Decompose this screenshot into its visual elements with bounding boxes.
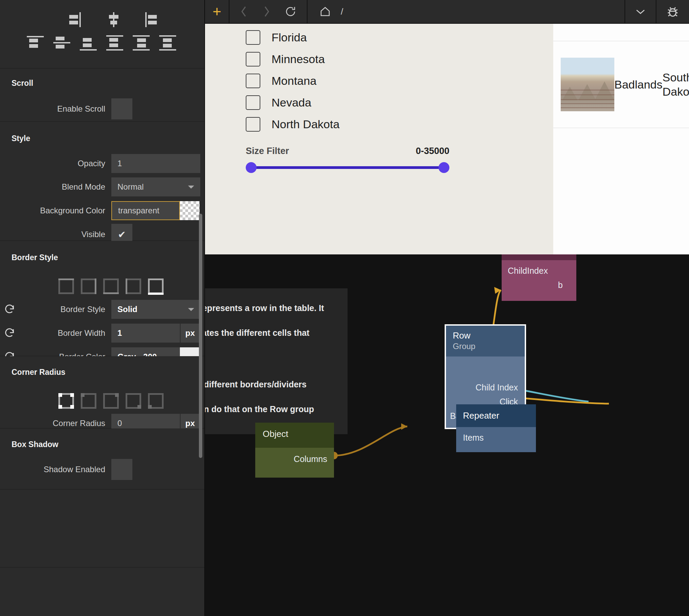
chevron-right-icon[interactable] (262, 5, 271, 18)
border-width-unit[interactable]: px (180, 324, 200, 343)
border-bottom-icon[interactable] (102, 276, 120, 296)
app-preview: Florida Minnesota Montana Nevada North D… (205, 24, 689, 254)
node-header: Row Group (446, 326, 525, 357)
list-item[interactable]: Montana (246, 70, 339, 92)
corner-all-icon[interactable] (57, 391, 75, 411)
border-right-icon[interactable] (79, 276, 98, 296)
bug-icon (665, 4, 680, 19)
node-object[interactable]: Object Columns (255, 423, 334, 478)
enable-scroll-checkbox[interactable] (111, 98, 132, 119)
list-item[interactable]: Nevada (246, 92, 339, 113)
align-right-icon[interactable] (68, 12, 86, 29)
checkbox-north-dakota[interactable] (246, 117, 260, 132)
list-item[interactable]: Florida (246, 26, 339, 48)
distribute-middle-icon[interactable] (132, 34, 150, 52)
port-b[interactable]: b (502, 278, 576, 292)
border-style-section-title: Border Style (0, 241, 204, 262)
port-childindex[interactable]: ChildIndex (502, 264, 576, 278)
align-middle-icon[interactable] (53, 34, 71, 52)
arrow-head (401, 423, 407, 430)
debug-button[interactable] (656, 0, 689, 23)
opacity-input[interactable]: 1 (111, 154, 200, 173)
size-filter: Size Filter 0-35000 (246, 146, 449, 171)
corner-top-right-icon[interactable] (102, 391, 120, 411)
port-columns[interactable]: Columns (255, 452, 334, 466)
doc-line-4: ant to add different borders/dividers be… (205, 380, 306, 401)
checkbox-label: Montana (272, 74, 316, 88)
box-shadow-section-title: Box Shadow (0, 428, 204, 449)
toolbar-menu-button[interactable] (625, 0, 656, 23)
port-child-index[interactable]: Child Index (446, 380, 525, 394)
border-style-value: Solid (117, 305, 137, 314)
slider-thumb-min[interactable] (246, 162, 257, 173)
border-style-select[interactable]: Solid (111, 300, 200, 319)
right-region: + / (205, 0, 689, 616)
background-color-swatch[interactable] (180, 201, 200, 220)
distribute-top-icon[interactable] (106, 34, 124, 52)
checkbox-label: Nevada (272, 96, 311, 109)
reset-icon (4, 327, 15, 339)
state-filter-checkbox-list: Florida Minnesota Montana Nevada North D… (246, 26, 339, 135)
size-filter-value: 0-35000 (416, 146, 449, 156)
port-items[interactable]: Items (456, 430, 536, 445)
node-body: Columns (255, 448, 334, 478)
border-width-input[interactable]: 1 (111, 324, 180, 343)
size-filter-slider[interactable] (246, 164, 449, 171)
list-item[interactable]: Minnesota (246, 48, 339, 70)
park-state: South Dakota (663, 70, 689, 99)
node-header: Object (255, 423, 334, 448)
corner-bottom-left-icon[interactable] (147, 391, 165, 411)
border-style-reset-button[interactable] (0, 304, 19, 315)
border-width-label: Border Width (19, 328, 111, 338)
visible-label: Visible (0, 230, 111, 239)
border-top-icon[interactable] (57, 276, 75, 296)
alignment-section (0, 0, 204, 69)
border-width-row: Border Width 1 px (0, 321, 204, 345)
add-tab-button[interactable]: + (205, 0, 229, 23)
border-left-icon[interactable] (124, 276, 143, 296)
chevron-down-icon (635, 8, 646, 15)
border-width-reset-button[interactable] (0, 327, 19, 339)
align-bottom-icon[interactable] (79, 34, 97, 52)
background-color-input[interactable]: transparent (111, 201, 180, 220)
border-style-label: Border Style (19, 305, 111, 314)
blend-mode-select[interactable]: Normal (111, 177, 200, 196)
enable-scroll-row: Enable Scroll (0, 97, 204, 120)
style-section-title: Style (0, 122, 204, 143)
chevron-down-icon (188, 308, 194, 311)
shadow-enabled-checkbox[interactable] (111, 459, 132, 480)
slider-track (249, 166, 446, 169)
distribute-bottom-icon[interactable] (159, 34, 176, 52)
align-top-icon[interactable] (26, 34, 44, 52)
list-item[interactable]: North Dakota (246, 113, 339, 135)
chevron-left-icon[interactable] (240, 5, 248, 18)
border-side-icon-row (0, 276, 204, 296)
corner-top-left-icon[interactable] (79, 391, 98, 411)
slider-thumb-max[interactable] (439, 162, 449, 173)
enable-scroll-label: Enable Scroll (0, 104, 111, 114)
node-title: Row (453, 330, 518, 341)
blend-mode-label: Blend Mode (0, 182, 111, 192)
inspector-scrollbar[interactable] (199, 214, 202, 458)
opacity-label: Opacity (0, 159, 111, 168)
reload-icon[interactable] (284, 5, 297, 18)
align-vertical-icon-row (0, 34, 204, 55)
checkbox-montana[interactable] (246, 74, 260, 88)
corner-bottom-right-icon[interactable] (124, 391, 143, 411)
documentation-tooltip: mponent represents a row in the table. I… (205, 288, 348, 434)
border-all-icon[interactable] (147, 276, 165, 296)
home-icon[interactable] (319, 5, 331, 18)
align-center-horizontal-icon[interactable] (105, 12, 123, 29)
url-bar[interactable]: / (308, 0, 625, 23)
checkbox-minnesota[interactable] (246, 52, 260, 66)
node-subtitle: Group (453, 342, 518, 351)
corner-radius-section: Corner Radius (0, 356, 204, 428)
checkbox-nevada[interactable] (246, 95, 260, 110)
node-repeater[interactable]: Repeater Items (456, 404, 536, 452)
opacity-row: Opacity 1 (0, 152, 204, 175)
table-row[interactable]: Badlands South Dakota (553, 41, 689, 128)
node-function[interactable]: Function ChildIndex b (502, 254, 576, 301)
align-left-icon[interactable] (142, 12, 160, 29)
node-graph-canvas[interactable]: mponent represents a row in the table. I… (205, 254, 689, 616)
checkbox-florida[interactable] (246, 30, 260, 45)
